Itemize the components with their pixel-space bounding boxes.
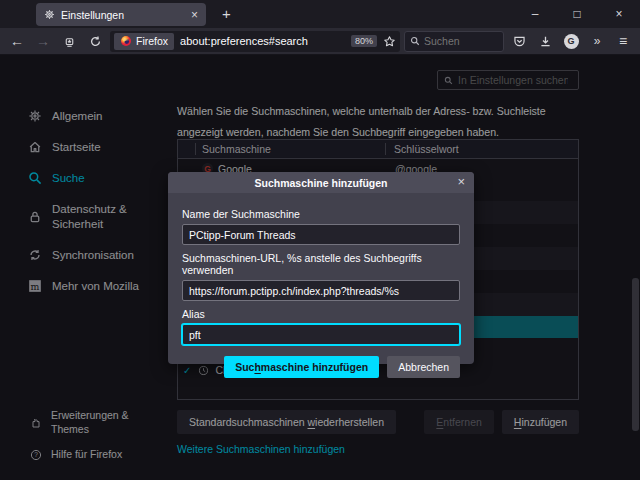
tab-title: Einstellungen — [61, 9, 185, 21]
engine-name-label: Name der Suchmaschine — [182, 208, 460, 220]
menu-hamburger-icon[interactable]: ≡ — [612, 30, 634, 52]
new-tab-button[interactable]: + — [222, 6, 231, 21]
dialog-cancel-button[interactable]: Abbrechen — [387, 356, 460, 378]
pocket-icon[interactable] — [508, 30, 530, 52]
preferences-page: Allgemein Startseite — [0, 55, 640, 480]
titlebar: Einstellungen × + – □ × — [0, 0, 640, 28]
search-icon — [410, 36, 420, 46]
alias-field[interactable] — [182, 324, 460, 345]
dialog-close-icon[interactable]: × — [457, 175, 465, 188]
maximize-button[interactable]: □ — [556, 0, 598, 28]
engine-url-label: Suchmaschinen-URL, %s anstelle des Suchb… — [182, 252, 460, 276]
account-avatar[interactable]: G — [560, 30, 582, 52]
toolbar-search-input[interactable] — [424, 35, 494, 47]
overflow-chevrons-icon[interactable]: » — [586, 30, 608, 52]
firefox-chip: Firefox — [114, 33, 174, 50]
dialog-header: Suchmaschine hinzufügen × — [168, 172, 474, 193]
close-button[interactable]: × — [598, 0, 640, 28]
url-text: about:preferences#search — [180, 35, 345, 47]
add-search-engine-dialog: Suchmaschine hinzufügen × Name der Suchm… — [168, 172, 474, 364]
navigation-toolbar: ← → — [0, 28, 640, 55]
download-icon[interactable] — [534, 30, 556, 52]
reload-icon[interactable] — [84, 30, 106, 52]
gear-icon — [44, 9, 55, 20]
engine-url-field[interactable] — [182, 280, 460, 301]
back-button[interactable]: ← — [6, 30, 28, 52]
alias-label: Alias — [182, 308, 460, 320]
minimize-button[interactable]: – — [514, 0, 556, 28]
tab-close-icon[interactable]: × — [191, 9, 198, 21]
firefox-logo-icon — [120, 35, 132, 47]
dialog-title: Suchmaschine hinzufügen — [254, 177, 387, 189]
forward-button[interactable]: → — [32, 30, 54, 52]
toolbar-search[interactable] — [404, 31, 504, 52]
bookmark-star-icon[interactable] — [383, 35, 396, 48]
engine-name-field[interactable] — [182, 224, 460, 245]
tab-einstellungen[interactable]: Einstellungen × — [36, 3, 206, 26]
badge-star-icon[interactable] — [58, 30, 80, 52]
firefox-window: Einstellungen × + – □ × ← → — [0, 0, 640, 480]
dialog-add-engine-button[interactable]: Suchmaschine hinzufügen — [224, 356, 379, 378]
url-bar[interactable]: Firefox about:preferences#search 80% — [110, 31, 400, 52]
window-controls: – □ × — [514, 0, 640, 28]
firefox-chip-label: Firefox — [136, 35, 168, 47]
zoom-level-badge[interactable]: 80% — [351, 35, 377, 47]
